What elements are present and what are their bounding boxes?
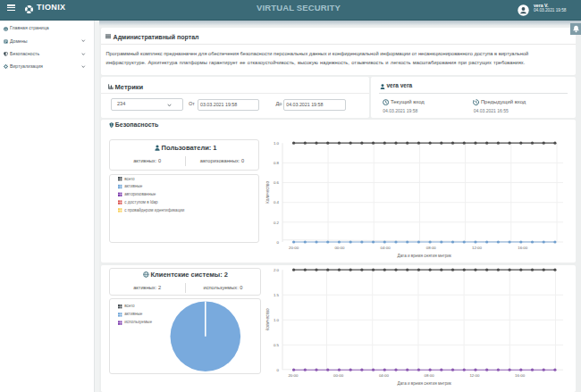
svg-text:0.2: 0.2 (274, 221, 280, 225)
svg-text:1.5: 1.5 (274, 293, 280, 297)
svg-text:08:00: 08:00 (426, 246, 437, 250)
svg-text:0.6: 0.6 (274, 180, 280, 185)
svg-text:0: 0 (277, 368, 280, 372)
svg-text:0.8: 0.8 (274, 161, 280, 165)
svg-text:16:00: 16:00 (518, 246, 528, 250)
svg-text:12:00: 12:00 (472, 246, 483, 250)
svg-text:Количество: Количество (265, 308, 270, 331)
svg-text:Дата и время снятия метрик: Дата и время снятия метрик (398, 254, 452, 258)
svg-text:08:00: 08:00 (425, 373, 435, 378)
svg-text:04:00: 04:00 (379, 373, 390, 378)
svg-text:0: 0 (277, 240, 280, 245)
svg-text:04:00: 04:00 (381, 246, 392, 250)
svg-text:00:00: 00:00 (334, 246, 345, 250)
svg-text:1.0: 1.0 (274, 318, 280, 322)
svg-text:1.0: 1.0 (274, 141, 280, 146)
svg-text:16:00: 16:00 (515, 373, 526, 378)
svg-text:0.5: 0.5 (274, 343, 280, 347)
svg-text:Количество: Количество (265, 181, 270, 204)
svg-text:20:00: 20:00 (288, 373, 299, 378)
svg-text:12:00: 12:00 (469, 373, 480, 378)
svg-text:0.4: 0.4 (274, 200, 280, 204)
svg-text:2.0: 2.0 (274, 268, 280, 272)
svg-text:00:00: 00:00 (333, 373, 344, 378)
svg-text:20:00: 20:00 (289, 246, 299, 250)
svg-text:Дата и время снятия метрик: Дата и время снятия метрик (398, 381, 452, 386)
